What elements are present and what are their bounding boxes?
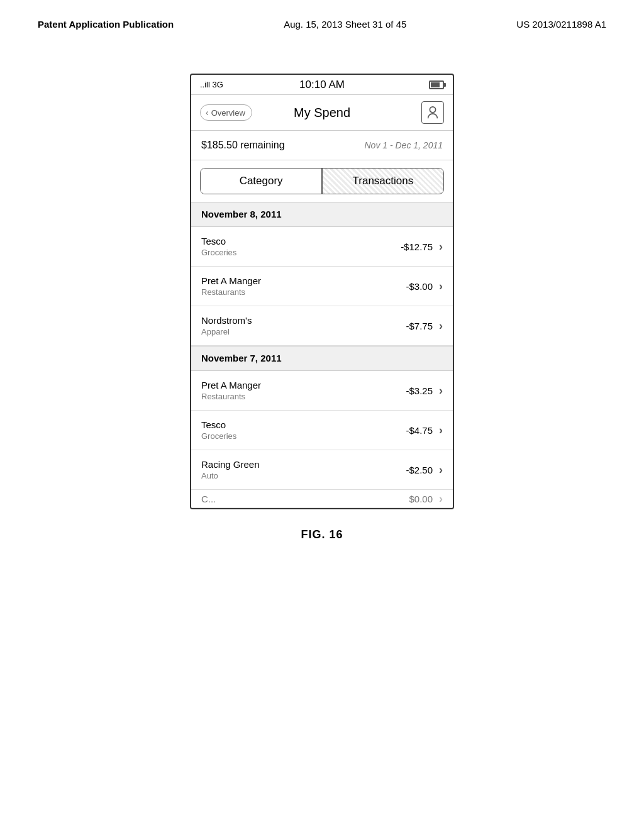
section-header-nov8: November 8, 2011 (191, 202, 453, 227)
transaction-info: Tesco Groceries (201, 236, 236, 257)
chevron-right-icon: › (439, 240, 443, 253)
transactions-tab[interactable]: Transactions (323, 169, 443, 194)
back-button[interactable]: ‹ Overview (200, 104, 252, 121)
profile-icon (426, 106, 440, 119)
transaction-right: -$12.75 › (401, 240, 443, 253)
transaction-amount: -$7.75 (406, 321, 433, 331)
section-date-nov8: November 8, 2011 (201, 209, 282, 219)
partial-amount: $0.00 (409, 494, 433, 504)
chevron-right-icon: › (439, 319, 443, 333)
partial-row: C... $0.00 › (191, 490, 453, 508)
patent-header: Patent Application Publication Aug. 15, … (0, 0, 644, 42)
transaction-name: Pret A Manger (201, 275, 261, 286)
signal-icon: ..ill 3G (200, 80, 223, 89)
date-range: Nov 1 - Dec 1, 2011 (364, 140, 443, 150)
nav-bar: ‹ Overview My Spend (191, 95, 453, 131)
transaction-amount: -$3.00 (406, 281, 433, 292)
balance-amount: $185.50 remaining (201, 140, 285, 151)
transaction-category: Restaurants (201, 392, 261, 401)
patent-date: Aug. 15, 2013 Sheet 31 of 45 (284, 19, 406, 30)
status-bar: ..ill 3G 10:10 AM (191, 75, 453, 95)
transaction-name: Racing Green (201, 459, 260, 470)
section-date-nov7: November 7, 2011 (201, 353, 282, 363)
patent-title: Patent Application Publication (38, 19, 174, 30)
transaction-name: Tesco (201, 419, 236, 430)
transaction-row[interactable]: Racing Green Auto -$2.50 › (191, 450, 453, 490)
transaction-right: -$4.75 › (406, 424, 443, 437)
patent-number: US 2013/0211898 A1 (516, 19, 606, 30)
section-header-nov7: November 7, 2011 (191, 346, 453, 371)
transaction-name: Nordstrom's (201, 315, 252, 326)
transaction-row[interactable]: Nordstrom's Apparel -$7.75 › (191, 306, 453, 346)
transaction-category: Apparel (201, 327, 252, 336)
transaction-amount: -$2.50 (406, 465, 433, 475)
transaction-info: Pret A Manger Restaurants (201, 275, 261, 297)
transaction-name: Tesco (201, 236, 236, 246)
signal-area: ..ill 3G (200, 80, 223, 89)
transaction-row[interactable]: Pret A Manger Restaurants -$3.25 › (191, 371, 453, 411)
transaction-category: Restaurants (201, 287, 261, 297)
battery-area (429, 80, 444, 89)
transaction-amount: -$4.75 (406, 425, 433, 436)
chevron-right-icon: › (439, 280, 443, 293)
category-tab-label: Category (240, 175, 283, 187)
balance-row: $185.50 remaining Nov 1 - Dec 1, 2011 (191, 131, 453, 160)
transaction-category: Groceries (201, 248, 236, 257)
battery-fill (431, 82, 440, 87)
phone-mockup: ..ill 3G 10:10 AM ‹ Overview My Spend (190, 74, 454, 509)
transaction-name: Pret A Manger (201, 380, 261, 390)
transaction-right: -$7.75 › (406, 319, 443, 333)
transaction-amount: -$12.75 (401, 241, 433, 252)
transactions-tab-label: Transactions (353, 175, 414, 187)
transaction-info: Pret A Manger Restaurants (201, 380, 261, 401)
transaction-row[interactable]: Tesco Groceries -$4.75 › (191, 411, 453, 450)
transaction-info: Racing Green Auto (201, 459, 260, 480)
transaction-category: Groceries (201, 431, 236, 441)
battery-icon (429, 80, 444, 89)
transaction-info: Nordstrom's Apparel (201, 315, 252, 336)
chevron-right-icon: › (439, 384, 443, 397)
transaction-row[interactable]: Pret A Manger Restaurants -$3.00 › (191, 267, 453, 306)
chevron-right-icon: › (439, 492, 443, 506)
time-display: 10:10 AM (299, 79, 345, 91)
page: Patent Application Publication Aug. 15, … (0, 0, 644, 830)
transaction-right: -$2.50 › (406, 463, 443, 477)
transaction-category: Auto (201, 471, 260, 480)
nav-title: My Spend (294, 106, 350, 120)
transaction-amount: -$3.25 (406, 385, 433, 396)
chevron-right-icon: › (439, 424, 443, 437)
transaction-right: -$3.00 › (406, 280, 443, 293)
transaction-info: Tesco Groceries (201, 419, 236, 441)
transaction-right: -$3.25 › (406, 384, 443, 397)
category-tab[interactable]: Category (201, 169, 321, 194)
transaction-row[interactable]: Tesco Groceries -$12.75 › (191, 227, 453, 267)
back-label: Overview (211, 108, 245, 118)
segment-control: Category Transactions (200, 168, 444, 194)
figure-caption: FIG. 16 (301, 528, 343, 541)
partial-name: C... (201, 494, 216, 504)
chevron-right-icon: › (439, 463, 443, 477)
chevron-left-icon: ‹ (206, 108, 209, 118)
profile-button[interactable] (421, 101, 444, 124)
